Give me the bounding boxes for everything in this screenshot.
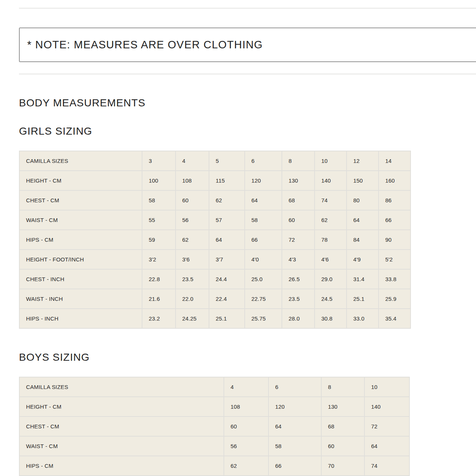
value-cell: 56 xyxy=(176,210,209,230)
value-cell: 25.0 xyxy=(245,269,282,289)
value-cell: 62 xyxy=(209,190,245,210)
value-cell: 62 xyxy=(224,456,268,476)
row-label: HIPS - CM xyxy=(19,230,142,250)
value-cell: 10 xyxy=(315,151,347,171)
table-row: WAIST - CM5556575860626466 xyxy=(19,210,411,230)
value-cell: 64 xyxy=(364,436,409,456)
value-cell: 12 xyxy=(347,151,379,171)
value-cell: 8 xyxy=(282,151,315,171)
value-cell: 66 xyxy=(379,210,411,230)
row-label: CHEST - CM xyxy=(19,416,224,436)
table-row: WAIST - INCH21.622.022.422.7523.524.525.… xyxy=(19,289,411,309)
value-cell: 90 xyxy=(379,230,411,250)
value-cell: 56 xyxy=(224,436,268,456)
value-cell: 8 xyxy=(321,377,364,397)
value-cell: 4'9 xyxy=(347,250,379,269)
value-cell: 120 xyxy=(245,171,282,190)
value-cell: 24.4 xyxy=(209,269,245,289)
page-title: BODY MEASUREMENTS xyxy=(19,97,476,109)
value-cell: 74 xyxy=(364,456,409,476)
value-cell: 60 xyxy=(282,210,315,230)
value-cell: 58 xyxy=(245,210,282,230)
value-cell: 33.0 xyxy=(347,309,379,328)
table-row: HIPS - CM62667074 xyxy=(19,456,409,476)
row-label: WAIST - INCH xyxy=(19,289,142,309)
value-cell: 108 xyxy=(176,171,209,190)
row-label: HIPS - CM xyxy=(19,456,224,476)
value-cell: 33.8 xyxy=(379,269,411,289)
row-label: HEIGHT - CM xyxy=(19,171,142,190)
value-cell: 68 xyxy=(321,416,364,436)
boys-sizing-table: CAMILLA SIZES46810HEIGHT - CM10812013014… xyxy=(19,377,410,476)
table-row: HEIGHT - FOOT/INCH3'23'63'74'04'34'64'95… xyxy=(19,250,411,269)
value-cell: 35.4 xyxy=(379,309,411,328)
value-cell: 25.1 xyxy=(209,309,245,328)
value-cell: 55 xyxy=(142,210,176,230)
value-cell: 64 xyxy=(209,230,245,250)
table-row: CAMILLA SIZES46810 xyxy=(19,377,409,397)
value-cell: 58 xyxy=(142,190,176,210)
value-cell: 60 xyxy=(176,190,209,210)
top-divider xyxy=(19,8,476,9)
table-row: HIPS - CM5962646672788490 xyxy=(19,230,411,250)
value-cell: 23.2 xyxy=(142,309,176,328)
value-cell: 4 xyxy=(176,151,209,171)
row-label: HEIGHT - CM xyxy=(19,397,224,416)
row-label: CHEST - CM xyxy=(19,190,142,210)
value-cell: 160 xyxy=(379,171,411,190)
value-cell: 5'2 xyxy=(379,250,411,269)
table-row: HIPS - INCH23.224.2525.125.7528.030.833.… xyxy=(19,309,411,328)
girls-sizing-table: CAMILLA SIZES34568101214HEIGHT - CM10010… xyxy=(19,151,411,329)
value-cell: 14 xyxy=(379,151,411,171)
table-row: CHEST - CM60646872 xyxy=(19,416,409,436)
value-cell: 62 xyxy=(176,230,209,250)
value-cell: 66 xyxy=(245,230,282,250)
value-cell: 29.0 xyxy=(315,269,347,289)
value-cell: 80 xyxy=(347,190,379,210)
row-label: CAMILLA SIZES xyxy=(19,151,142,171)
row-label: WAIST - CM xyxy=(19,210,142,230)
value-cell: 66 xyxy=(268,456,321,476)
value-cell: 10 xyxy=(364,377,409,397)
table-row: CHEST - INCH22.823.524.425.026.529.031.4… xyxy=(19,269,411,289)
row-label: HEIGHT - FOOT/INCH xyxy=(19,250,142,269)
value-cell: 115 xyxy=(209,171,245,190)
value-cell: 86 xyxy=(379,190,411,210)
row-label: HIPS - INCH xyxy=(19,309,142,328)
value-cell: 130 xyxy=(321,397,364,416)
value-cell: 24.5 xyxy=(315,289,347,309)
boys-sizing-heading: BOYS SIZING xyxy=(19,351,476,364)
value-cell: 62 xyxy=(315,210,347,230)
value-cell: 59 xyxy=(142,230,176,250)
value-cell: 70 xyxy=(321,456,364,476)
value-cell: 22.4 xyxy=(209,289,245,309)
value-cell: 21.6 xyxy=(142,289,176,309)
value-cell: 108 xyxy=(224,397,268,416)
girls-sizing-heading: GIRLS SIZING xyxy=(19,125,476,138)
value-cell: 5 xyxy=(209,151,245,171)
value-cell: 72 xyxy=(364,416,409,436)
size-guide-page: * NOTE: MEASURES ARE OVER CLOTHING BODY … xyxy=(0,8,476,476)
value-cell: 84 xyxy=(347,230,379,250)
value-cell: 26.5 xyxy=(282,269,315,289)
value-cell: 25.9 xyxy=(379,289,411,309)
value-cell: 4 xyxy=(224,377,268,397)
table-row: WAIST - CM56586064 xyxy=(19,436,409,456)
row-label: CAMILLA SIZES xyxy=(19,377,224,397)
value-cell: 22.8 xyxy=(142,269,176,289)
value-cell: 22.0 xyxy=(176,289,209,309)
value-cell: 60 xyxy=(321,436,364,456)
value-cell: 6 xyxy=(245,151,282,171)
value-cell: 24.25 xyxy=(176,309,209,328)
value-cell: 68 xyxy=(282,190,315,210)
value-cell: 130 xyxy=(282,171,315,190)
value-cell: 25.75 xyxy=(245,309,282,328)
value-cell: 64 xyxy=(245,190,282,210)
value-cell: 22.75 xyxy=(245,289,282,309)
value-cell: 31.4 xyxy=(347,269,379,289)
value-cell: 25.1 xyxy=(347,289,379,309)
note-box: * NOTE: MEASURES ARE OVER CLOTHING xyxy=(19,28,476,62)
value-cell: 74 xyxy=(315,190,347,210)
value-cell: 4'0 xyxy=(245,250,282,269)
value-cell: 150 xyxy=(347,171,379,190)
